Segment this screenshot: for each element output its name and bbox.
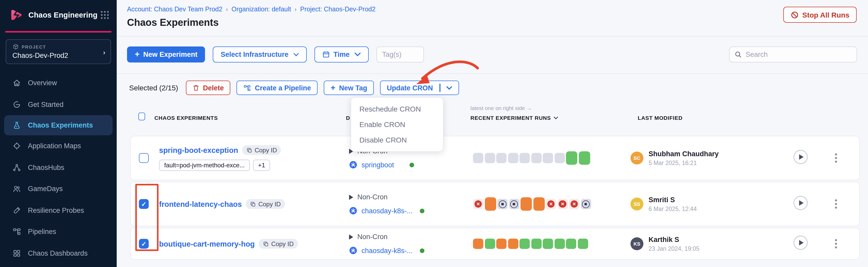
sidebar-item-chaos-experiments[interactable]: Chaos Experiments: [4, 115, 113, 135]
modified-by-name: Smriti S: [649, 196, 697, 204]
project-selector[interactable]: PROJECT Chaos-Dev-Prod2 ›: [6, 39, 111, 64]
experiment-link[interactable]: boutique-cart-memory-hog: [159, 240, 255, 248]
sidebar-item-overview[interactable]: Overview: [0, 72, 117, 94]
experiment-link[interactable]: frontend-latency-chaos: [159, 200, 242, 208]
update-cron-split-button[interactable]: Update CRON: [380, 81, 459, 95]
expand-triangle-icon[interactable]: [349, 234, 353, 239]
delete-button[interactable]: Delete: [186, 81, 230, 95]
run-indicator-passed[interactable]: [485, 239, 495, 249]
tags-filter-input[interactable]: [376, 47, 424, 62]
run-indicator-running[interactable]: [533, 197, 545, 211]
checkbox[interactable]: [139, 199, 149, 209]
run-indicator-passed[interactable]: [566, 239, 576, 249]
run-indicator-failed[interactable]: [473, 199, 483, 209]
run-indicator-stopped[interactable]: [497, 199, 507, 209]
breadcrumb-account-link[interactable]: Account: Chaos Dev Team Prod2: [127, 6, 222, 13]
more-tags-badge[interactable]: +1: [253, 159, 270, 171]
infrastructure-link[interactable]: springboot: [362, 161, 394, 169]
infrastructure-link[interactable]: chaosday-k8s-...: [362, 246, 412, 254]
column-header-recent-runs[interactable]: RECENT EXPERIMENT RUNS: [470, 115, 558, 121]
home-icon: [12, 79, 21, 88]
menu-item-reschedule-cron[interactable]: Reschedule CRON: [351, 101, 443, 117]
run-indicator-empty[interactable]: [554, 153, 565, 163]
sidebar-item-pipelines[interactable]: Pipelines: [0, 221, 117, 242]
sidebar-item-resilience-probes[interactable]: Resilience Probes: [0, 200, 117, 221]
select-all-checkbox[interactable]: [138, 113, 145, 120]
new-experiment-button[interactable]: + New Experiment: [127, 47, 205, 62]
run-indicator-passed[interactable]: [578, 239, 588, 249]
infrastructure-link[interactable]: chaosday-k8s-...: [362, 207, 412, 215]
calendar-icon: [322, 51, 330, 58]
checkbox[interactable]: [139, 153, 149, 163]
row-checkbox[interactable]: [139, 239, 149, 249]
run-indicator-stopped[interactable]: [581, 199, 591, 209]
run-experiment-button[interactable]: [793, 196, 808, 212]
plus-icon: +: [331, 83, 336, 92]
breadcrumb-org-link[interactable]: Organization: default: [231, 6, 291, 13]
table-row: spring-boot-exception Copy ID fault=pod-…: [130, 136, 860, 180]
run-indicator-running[interactable]: [473, 239, 483, 249]
menu-item-disable-cron[interactable]: Disable CRON: [351, 132, 443, 148]
sidebar-item-chaos-dashboards[interactable]: Chaos Dashboards: [0, 242, 117, 264]
run-indicator-stopped[interactable]: [509, 199, 519, 209]
sidebar-item-chaoshubs[interactable]: ChaosHubs: [0, 157, 117, 178]
menu-item-enable-cron[interactable]: Enable CRON: [351, 117, 443, 132]
expand-triangle-icon[interactable]: [349, 195, 353, 200]
sidebar-item-application-maps[interactable]: Application Maps: [0, 135, 117, 157]
chevron-down-icon[interactable]: [446, 86, 452, 90]
avatar: SC: [630, 152, 643, 165]
modified-date: 23 Jan 2024, 19:05: [649, 245, 700, 252]
stop-all-runs-button[interactable]: Stop All Runs: [783, 7, 857, 23]
copy-id-button[interactable]: Copy ID: [259, 239, 298, 249]
checkbox[interactable]: [139, 239, 149, 249]
toolbar: + New Experiment Select Infrastructure T…: [127, 47, 424, 62]
run-indicator-running[interactable]: [485, 197, 496, 211]
app-switcher-grid-icon[interactable]: [100, 10, 110, 20]
experiment-tag[interactable]: fault=pod-jvm-method-exce...: [159, 159, 250, 171]
sidebar-item-gamedays[interactable]: GameDays: [0, 178, 117, 200]
flask-icon: [12, 121, 21, 130]
create-pipeline-button[interactable]: Create a Pipeline: [237, 81, 318, 95]
run-indicator-failed[interactable]: [557, 199, 568, 209]
row-checkbox[interactable]: [139, 153, 149, 163]
run-indicator-running[interactable]: [496, 239, 506, 249]
run-indicator-failed[interactable]: [546, 199, 556, 209]
experiment-link[interactable]: spring-boot-exception: [159, 146, 238, 154]
run-indicator-empty[interactable]: [473, 153, 483, 163]
run-indicator-passed[interactable]: [579, 151, 590, 165]
plus-icon: +: [135, 50, 140, 58]
copy-id-button[interactable]: Copy ID: [242, 145, 281, 155]
pipeline-icon: [244, 84, 251, 92]
sidebar-header: Chaos Engineering: [0, 0, 117, 30]
run-indicator-passed[interactable]: [554, 239, 565, 249]
run-indicator-empty[interactable]: [543, 153, 553, 163]
breadcrumb-project-link[interactable]: Project: Chaos-Dev-Prod2: [300, 6, 376, 13]
copy-id-button[interactable]: Copy ID: [246, 199, 285, 209]
run-indicator-empty[interactable]: [520, 153, 530, 163]
run-indicator-passed[interactable]: [520, 239, 530, 249]
new-tag-button[interactable]: + New Tag: [324, 81, 374, 95]
run-indicator-failed[interactable]: [569, 199, 579, 209]
select-infrastructure-dropdown[interactable]: Select Infrastructure: [213, 47, 307, 62]
run-indicator-passed[interactable]: [543, 239, 553, 249]
sidebar-item-get-started[interactable]: Get Started: [0, 94, 117, 115]
run-indicator-running[interactable]: [521, 197, 532, 211]
chaos-engineering-logo-icon: [8, 7, 24, 23]
run-indicator-empty[interactable]: [508, 153, 518, 163]
run-indicator-passed[interactable]: [566, 151, 577, 165]
row-checkbox[interactable]: [139, 199, 149, 209]
row-menu-button[interactable]: [833, 237, 839, 250]
run-experiment-button[interactable]: [793, 235, 808, 252]
run-indicator-empty[interactable]: [496, 153, 506, 163]
run-indicator-passed[interactable]: [531, 239, 541, 249]
time-filter-dropdown[interactable]: Time: [314, 47, 369, 62]
search-input[interactable]: [746, 51, 852, 58]
run-indicator-empty[interactable]: [531, 153, 541, 163]
run-experiment-button[interactable]: [793, 149, 808, 167]
row-menu-button[interactable]: [833, 151, 839, 165]
run-indicator-empty[interactable]: [485, 153, 495, 163]
run-indicator-running[interactable]: [508, 239, 518, 249]
pipelines-icon: [12, 228, 21, 236]
delete-label: Delete: [203, 84, 224, 92]
row-menu-button[interactable]: [833, 197, 839, 211]
